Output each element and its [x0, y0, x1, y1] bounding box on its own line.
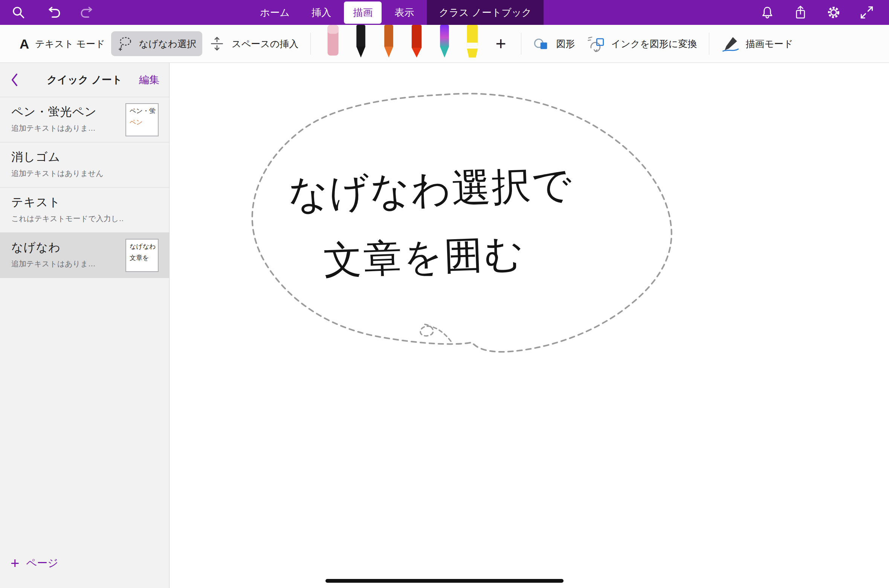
marker-red-tool[interactable]: [406, 25, 427, 60]
lasso-tail-squiggle: [420, 324, 451, 341]
ink-layer: なげなわ選択で 文章を囲む: [170, 63, 889, 588]
add-page-label: ページ: [26, 556, 58, 570]
tab-insert[interactable]: 挿入: [302, 2, 340, 24]
handwritten-ink[interactable]: なげなわ選択で 文章を囲む: [288, 162, 576, 283]
ink-text-line2[interactable]: 文章を囲む: [323, 232, 525, 282]
share-icon[interactable]: [792, 4, 809, 21]
sidebar-header: クイック ノート 編集: [0, 63, 169, 97]
thumbnail-ink-line: なげなわ: [130, 242, 154, 251]
note-thumbnail: なげなわ 文章を: [125, 239, 159, 272]
tab-home[interactable]: ホーム: [251, 2, 299, 24]
note-subtitle: 追加テキストはありません: [11, 168, 124, 179]
ink-to-shape-label: インクを図形に変換: [611, 38, 697, 50]
back-chevron-icon[interactable]: [10, 73, 20, 87]
top-bar: ホーム 挿入 描画 表示 クラス ノートブック: [0, 0, 889, 25]
insert-space-label: スペースの挿入: [232, 38, 298, 50]
ink-to-shape-button[interactable]: インクを図形に変換: [581, 31, 703, 57]
ribbon-tabs: ホーム 挿入 描画 表示 クラス ノートブック: [251, 0, 544, 25]
note-item-selected[interactable]: なげなわ 追加テキストはありま… なげなわ 文章を: [0, 233, 169, 278]
pen-galaxy-tool[interactable]: [434, 25, 455, 60]
page-list-sidebar: クイック ノート 編集 ペン・蛍光ペン 追加テキストはありま… ペン・蛍 ペン …: [0, 63, 170, 588]
text-mode-a-icon: A: [20, 37, 29, 50]
note-title: 消しゴム: [11, 149, 158, 165]
lasso-icon: [117, 36, 133, 52]
tab-draw[interactable]: 描画: [344, 2, 382, 24]
note-item[interactable]: ペン・蛍光ペン 追加テキストはありま… ペン・蛍 ペン: [0, 97, 169, 142]
note-item[interactable]: 消しゴム 追加テキストはありません: [0, 142, 169, 188]
ink-text-line1[interactable]: なげなわ選択で: [288, 162, 573, 216]
onenote-app: ホーム 挿入 描画 表示 クラス ノートブック A テキスト モード: [0, 0, 889, 588]
toolbar-divider: [310, 33, 311, 55]
lasso-selection-outline[interactable]: [252, 94, 672, 352]
ink-to-shape-icon: [587, 35, 605, 52]
note-item[interactable]: テキスト これはテキストモードで入力し…: [0, 188, 169, 233]
note-thumbnail: ペン・蛍 ペン: [125, 103, 159, 136]
tab-class-notebook[interactable]: クラス ノートブック: [427, 0, 544, 25]
bell-icon[interactable]: [759, 4, 776, 21]
shapes-icon: [533, 37, 550, 51]
eraser-tool[interactable]: [323, 25, 343, 60]
toolbar-divider: [521, 33, 521, 55]
pen-black-tool[interactable]: [351, 25, 371, 60]
draw-toolbar: A テキスト モード なげなわ選択 スペースの挿入: [0, 25, 889, 63]
topbar-left-icons: [10, 4, 172, 21]
note-subtitle: これはテキストモードで入力し…: [11, 214, 124, 224]
draw-mode-label: 描画モード: [745, 38, 793, 50]
pen-tray: +: [319, 25, 515, 63]
insert-space-icon: [208, 35, 226, 52]
add-pen-button[interactable]: +: [490, 35, 511, 53]
tab-view[interactable]: 表示: [385, 2, 423, 24]
home-indicator-bar[interactable]: [325, 579, 564, 583]
lasso-select-label: なげなわ選択: [139, 38, 196, 50]
note-title: テキスト: [11, 194, 158, 210]
draw-mode-button[interactable]: 描画モード: [715, 31, 799, 57]
topbar-right-icons: [759, 4, 879, 21]
edit-button[interactable]: 編集: [139, 73, 159, 87]
search-icon[interactable]: [10, 4, 27, 21]
note-subtitle: 追加テキストはありま…: [11, 259, 124, 269]
plus-icon: +: [11, 556, 19, 570]
toolbar-divider: [709, 33, 709, 55]
text-mode-button[interactable]: A テキスト モード: [14, 33, 111, 55]
thumbnail-ink-line: ペン・蛍: [130, 107, 154, 115]
thumbnail-ink-line: 文章を: [130, 254, 154, 262]
thumbnail-ink-line: ペン: [130, 118, 154, 127]
lasso-select-button[interactable]: なげなわ選択: [111, 31, 202, 56]
redo-icon[interactable]: [79, 4, 96, 21]
body-row: クイック ノート 編集 ペン・蛍光ペン 追加テキストはありま… ペン・蛍 ペン …: [0, 63, 889, 588]
undo-icon[interactable]: [44, 4, 62, 21]
note-list: ペン・蛍光ペン 追加テキストはありま… ペン・蛍 ペン 消しゴム 追加テキストは…: [0, 97, 169, 278]
draw-mode-pen-icon: [721, 35, 739, 52]
note-canvas[interactable]: なげなわ選択で 文章を囲む: [170, 63, 889, 588]
shapes-button[interactable]: 図形: [527, 32, 581, 55]
highlighter-yellow-tool[interactable]: [462, 25, 483, 60]
pen-orange-tool[interactable]: [379, 25, 399, 60]
text-mode-label: テキスト モード: [35, 38, 105, 50]
note-subtitle: 追加テキストはありま…: [11, 123, 124, 133]
add-page-button[interactable]: + ページ: [11, 556, 58, 570]
expand-fullscreen-icon[interactable]: [858, 4, 875, 21]
insert-space-button[interactable]: スペースの挿入: [202, 31, 304, 57]
settings-gear-icon[interactable]: [825, 4, 842, 21]
shapes-label: 図形: [556, 38, 575, 50]
